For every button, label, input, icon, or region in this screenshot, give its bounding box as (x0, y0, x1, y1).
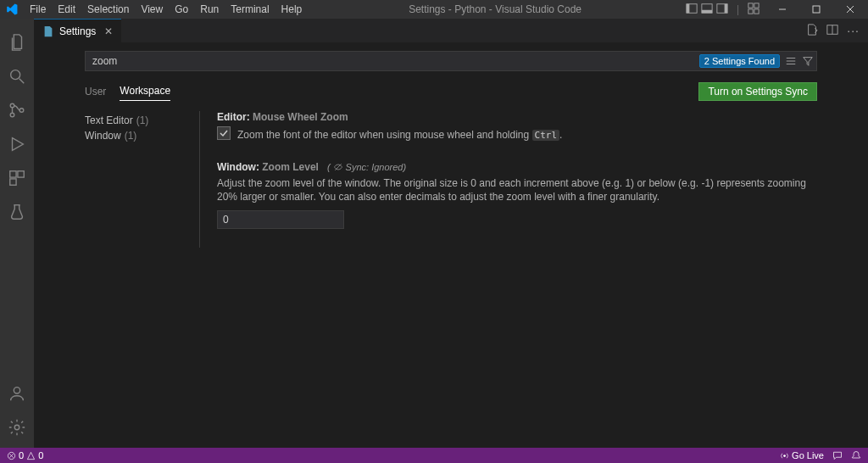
svg-point-14 (11, 70, 20, 80)
customize-layout-icon[interactable] (748, 3, 760, 17)
mouse-wheel-zoom-checkbox[interactable] (217, 126, 231, 140)
status-feedback-icon[interactable] (832, 450, 843, 460)
turn-on-settings-sync-button[interactable]: Turn on Settings Sync (698, 82, 817, 101)
setting-window-zoom-level: Window: Zoom Level ( Sync: Ignored) Adju… (217, 161, 817, 229)
svg-marker-19 (13, 138, 24, 151)
tree-item-count: (1) (125, 130, 137, 142)
svg-marker-31 (804, 58, 813, 66)
settings-editor: 2 Settings Found User Workspace Turn on … (34, 42, 868, 448)
status-bar: 0 0 Go Live (0, 448, 868, 463)
vscode-logo-icon (0, 3, 24, 15)
file-icon (42, 25, 54, 37)
layout-sidebar-right-icon[interactable] (716, 3, 728, 17)
setting-name: Zoom Level (262, 161, 319, 173)
svg-rect-21 (18, 171, 24, 177)
menu-go[interactable]: Go (169, 0, 194, 19)
layout-sidebar-left-icon[interactable] (686, 3, 698, 17)
svg-point-24 (14, 388, 19, 393)
activity-bar (0, 19, 34, 448)
svg-rect-7 (754, 3, 759, 7)
tab-actions: ··· (806, 19, 868, 42)
setting-name: Mouse Wheel Zoom (253, 111, 348, 123)
broadcast-icon (780, 451, 789, 460)
svg-point-18 (19, 109, 24, 113)
svg-rect-6 (748, 3, 753, 7)
sync-ignored-icon (333, 162, 343, 172)
open-settings-json-icon[interactable] (806, 24, 818, 38)
title-bar: File Edit Selection View Go Run Terminal… (0, 0, 868, 19)
results-count-badge: 2 Settings Found (699, 54, 780, 68)
window-title: Settings - Python - Visual Studio Code (308, 3, 682, 15)
more-actions-icon[interactable]: ··· (847, 24, 860, 37)
explorer-icon[interactable] (0, 25, 34, 59)
split-editor-icon[interactable] (826, 24, 838, 38)
menu-file[interactable]: File (24, 0, 52, 19)
menu-edit[interactable]: Edit (52, 0, 81, 19)
accounts-icon[interactable] (0, 377, 34, 410)
key-hint: Ctrl (532, 130, 560, 141)
svg-rect-9 (754, 8, 759, 13)
setting-editor-mouse-wheel-zoom: Editor: Mouse Wheel Zoom Zoom the font o… (217, 111, 817, 142)
status-notifications-icon[interactable] (851, 450, 861, 460)
setting-category: Editor: (217, 111, 250, 123)
tree-item-window[interactable]: Window (1) (85, 128, 199, 143)
tree-item-label: Text Editor (85, 114, 133, 126)
svg-point-37 (783, 455, 786, 457)
testing-icon[interactable] (0, 195, 34, 229)
main-menu: File Edit Selection View Go Run Terminal… (24, 0, 308, 19)
tab-settings[interactable]: Settings ✕ (34, 19, 121, 42)
svg-rect-3 (702, 9, 712, 13)
run-debug-icon[interactable] (0, 127, 34, 161)
svg-rect-8 (748, 8, 753, 13)
svg-line-15 (19, 79, 25, 84)
window-controls: | (682, 0, 868, 19)
error-icon (7, 451, 16, 460)
menu-help[interactable]: Help (275, 0, 309, 19)
maximize-button[interactable] (802, 0, 831, 19)
settings-list: Editor: Mouse Wheel Zoom Zoom the font o… (199, 111, 817, 248)
scope-user-tab[interactable]: User (85, 82, 106, 101)
setting-description: Zoom the font of the editor when using m… (237, 128, 562, 142)
zoom-level-input[interactable] (217, 210, 344, 229)
settings-gear-icon[interactable] (0, 410, 34, 444)
settings-tree: Text Editor (1) Window (1) (85, 111, 199, 248)
setting-category: Window: (217, 161, 259, 173)
menu-terminal[interactable]: Terminal (225, 0, 275, 19)
tree-item-text-editor[interactable]: Text Editor (1) (85, 113, 199, 128)
editor-tabs: Settings ✕ ··· (34, 19, 868, 42)
svg-marker-36 (28, 452, 35, 459)
tab-label: Settings (59, 25, 96, 37)
svg-rect-1 (687, 3, 690, 13)
tree-item-label: Window (85, 130, 121, 142)
menu-view[interactable]: View (135, 0, 169, 19)
close-button[interactable] (836, 0, 865, 19)
svg-point-17 (10, 113, 14, 117)
clear-search-icon[interactable] (785, 55, 797, 67)
sync-ignored-label: ( Sync: Ignored) (327, 162, 406, 172)
status-problems[interactable]: 0 0 (7, 450, 43, 460)
scope-workspace-tab[interactable]: Workspace (120, 81, 170, 101)
svg-rect-11 (813, 6, 820, 13)
svg-rect-5 (725, 3, 728, 13)
svg-point-25 (14, 425, 19, 430)
tab-close-icon[interactable]: ✕ (104, 25, 113, 37)
search-icon[interactable] (0, 59, 34, 93)
filter-icon[interactable] (802, 55, 814, 67)
extensions-icon[interactable] (0, 161, 34, 195)
minimize-button[interactable] (768, 0, 797, 19)
source-control-icon[interactable] (0, 93, 34, 127)
status-go-live[interactable]: Go Live (780, 450, 824, 460)
warning-icon (26, 451, 36, 460)
menu-selection[interactable]: Selection (81, 0, 135, 19)
setting-description: Adjust the zoom level of the window. The… (217, 176, 817, 204)
layout-panel-icon[interactable] (701, 3, 713, 17)
svg-rect-20 (10, 171, 16, 177)
menu-run[interactable]: Run (194, 0, 225, 19)
tree-item-count: (1) (136, 114, 149, 126)
svg-rect-22 (10, 179, 16, 185)
svg-point-16 (10, 103, 14, 108)
